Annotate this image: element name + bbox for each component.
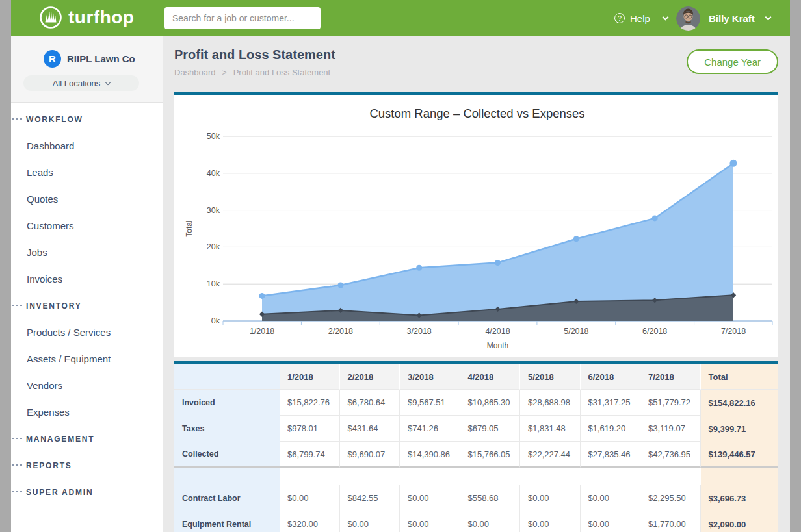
table-header-6-2018: 6/2018	[581, 364, 641, 390]
location-selector[interactable]: All Locations	[23, 75, 139, 91]
nav-item-expenses[interactable]: Expenses	[11, 399, 163, 425]
series-area-collected	[262, 163, 733, 321]
cell-value: $28,688.98	[520, 390, 581, 416]
nav-item-customers[interactable]: Customers	[11, 212, 163, 239]
x-tick-label: 2/2018	[328, 327, 353, 336]
cell-value: $741.26	[400, 416, 460, 442]
row-label: Equipment Rental	[174, 511, 280, 532]
change-year-button[interactable]: Change Year	[687, 49, 778, 74]
nav-item-products-services[interactable]: Products / Services	[11, 319, 163, 346]
page-scrollbar-left[interactable]	[0, 0, 11, 532]
marker-collected	[337, 282, 343, 288]
spacer-cell	[400, 468, 460, 485]
nav-section-super-admin[interactable]: SUPER ADMIN	[11, 479, 163, 505]
page-scrollbar-right[interactable]	[790, 0, 801, 532]
breadcrumb: Dashboard > Profit and Loss Statement	[174, 68, 330, 77]
table-header-blank	[174, 364, 280, 390]
table-header-7-2018: 7/2018	[640, 364, 701, 390]
chart-title: Custom Range – Collected vs Expenses	[369, 107, 584, 120]
section-dashes-icon	[12, 438, 23, 439]
table-row-collected: Collected$6,799.74$9,690.07$14,390.86$15…	[174, 442, 778, 468]
y-tick-label: 20k	[207, 242, 220, 251]
help-chevron-down-icon	[662, 14, 668, 20]
cell-value: $0.00	[340, 511, 400, 532]
nav-item-jobs[interactable]: Jobs	[11, 239, 163, 266]
company-name: RIIPL Lawn Co	[67, 53, 135, 64]
cell-value: $22,227.44	[520, 442, 581, 468]
main-content: Profit and Loss Statement Dashboard > Pr…	[163, 36, 790, 532]
x-tick-label: 6/2018	[642, 327, 667, 336]
cell-value: $15,766.05	[460, 442, 521, 468]
cell-total: $139,446.57	[701, 442, 779, 468]
nav-section-workflow[interactable]: WORKFLOW	[11, 106, 163, 133]
row-label: Taxes	[174, 416, 280, 442]
nav-section-label: WORKFLOW	[26, 115, 83, 124]
top-navbar: turfhop ? Help Billy Kraft	[11, 0, 790, 36]
marker-collected	[729, 160, 737, 167]
section-dashes-icon	[12, 491, 23, 492]
nav-section-management[interactable]: MANAGEMENT	[11, 425, 163, 452]
cell-value: $0.00	[581, 511, 641, 532]
cell-value: $558.68	[460, 485, 521, 511]
cell-value: $0.00	[581, 485, 641, 511]
cell-value: $9,567.51	[400, 390, 460, 416]
marker-collected	[495, 260, 501, 266]
user-avatar	[676, 6, 700, 31]
marker-collected	[573, 236, 579, 242]
cell-value: $42,736.95	[640, 442, 701, 468]
cell-value: $1,619.20	[581, 416, 641, 442]
table-header-4-2018: 4/2018	[460, 364, 521, 390]
spacer-cell	[640, 468, 701, 485]
breadcrumb-dashboard[interactable]: Dashboard	[174, 68, 216, 77]
y-tick-label: 10k	[207, 279, 220, 288]
x-tick-label: 4/2018	[485, 327, 510, 336]
nav-section-label: MANAGEMENT	[26, 435, 94, 444]
table-header-5-2018: 5/2018	[520, 364, 581, 390]
page-title: Profit and Loss Statement	[174, 47, 335, 62]
row-label: Collected	[174, 442, 280, 468]
turfhop-logo[interactable]: turfhop	[39, 6, 134, 29]
cell-value: $0.00	[400, 511, 460, 532]
x-tick-label: 5/2018	[564, 327, 588, 336]
cell-value: $14,390.86	[400, 442, 460, 468]
location-selector-label: All Locations	[53, 79, 101, 88]
y-tick-label: 40k	[207, 169, 220, 178]
location-chevron-down-icon	[105, 79, 111, 84]
cell-value: $9,690.07	[340, 442, 400, 468]
nav-section-reports[interactable]: REPORTS	[11, 452, 163, 479]
row-label: Contract Labor	[174, 485, 280, 511]
cell-value: $679.05	[460, 416, 521, 442]
nav-item-dashboard[interactable]: Dashboard	[11, 133, 163, 159]
chart-svg: Custom Range – Collected vs Expenses0k10…	[174, 95, 778, 357]
table-spacer-row	[174, 468, 778, 485]
nav-item-leads[interactable]: Leads	[11, 159, 163, 186]
cell-value: $3,119.07	[640, 416, 701, 442]
y-tick-label: 30k	[207, 206, 220, 215]
cell-value: $0.00	[460, 511, 521, 532]
spacer-total	[701, 468, 779, 485]
sidebar-nav: WORKFLOWDashboardLeadsQuotesCustomersJob…	[11, 103, 163, 505]
cell-value: $27,835.46	[581, 442, 641, 468]
nav-item-vendors[interactable]: Vendors	[11, 372, 163, 399]
app-window: turfhop ? Help Billy Kraft	[11, 0, 790, 532]
cell-total: $3,696.73	[701, 485, 779, 511]
company-block: R RIIPL Lawn Co	[44, 50, 135, 68]
table-header-1-2018: 1/2018	[280, 364, 340, 390]
marker-collected	[416, 265, 422, 271]
nav-item-assets-equipment[interactable]: Assets / Equipment	[11, 346, 163, 372]
cell-value: $6,780.64	[340, 390, 400, 416]
cell-value: $842.55	[340, 485, 400, 511]
cell-value: $978.01	[280, 416, 340, 442]
table-header-total: Total	[701, 364, 779, 390]
nav-section-inventory[interactable]: INVENTORY	[11, 292, 163, 319]
pl-table: 1/20182/20183/20184/20185/20186/20187/20…	[174, 364, 778, 532]
help-menu[interactable]: ? Help	[614, 0, 668, 36]
search-input[interactable]	[164, 7, 321, 29]
nav-item-quotes[interactable]: Quotes	[11, 186, 163, 212]
cell-value: $0.00	[520, 485, 581, 511]
company-logo: R	[44, 50, 61, 68]
help-label: Help	[630, 13, 650, 24]
nav-item-invoices[interactable]: Invoices	[11, 266, 163, 292]
user-menu[interactable]: Billy Kraft	[676, 0, 770, 36]
help-icon: ?	[614, 13, 625, 23]
